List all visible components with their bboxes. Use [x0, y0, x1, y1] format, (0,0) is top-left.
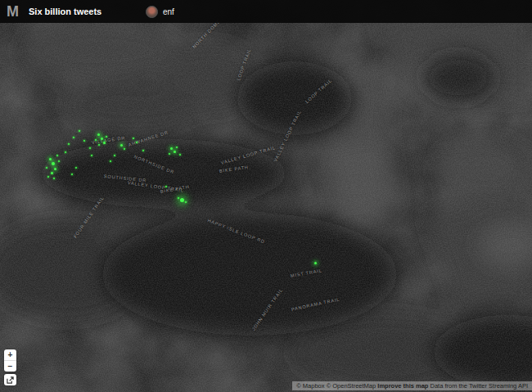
mapbox-attribution-link[interactable]: © Mapbox [296, 382, 324, 390]
map-attribution: © Mapbox © OpenStreetMap Improve this ma… [292, 381, 532, 390]
user-menu[interactable]: enf [146, 0, 174, 23]
map-canvas[interactable]: VILLAGE DRAHWAHNEE DRNORTHSIDE DRSOUTHSI… [0, 0, 532, 392]
page-title: Six billion tweets [29, 7, 101, 16]
improve-map-link[interactable]: Improve this map [377, 382, 428, 390]
zoom-control: + − [4, 349, 16, 372]
map-app-window: VILLAGE DRAHWAHNEE DRNORTHSIDE DRSOUTHSI… [0, 0, 532, 392]
username-label: enf [163, 7, 174, 16]
osm-attribution-link[interactable]: © OpenStreetMap [327, 382, 376, 390]
terrain-background [0, 0, 532, 392]
avatar[interactable] [146, 6, 158, 18]
top-bar: M Six billion tweets enf [0, 0, 532, 23]
data-source-note: Data from the Twitter Streaming API [431, 382, 529, 390]
share-button[interactable] [4, 374, 16, 385]
zoom-in-button[interactable]: + [4, 349, 16, 361]
share-icon [7, 376, 14, 384]
mapbox-logo[interactable]: M [7, 0, 21, 23]
zoom-out-button[interactable]: − [4, 361, 16, 372]
